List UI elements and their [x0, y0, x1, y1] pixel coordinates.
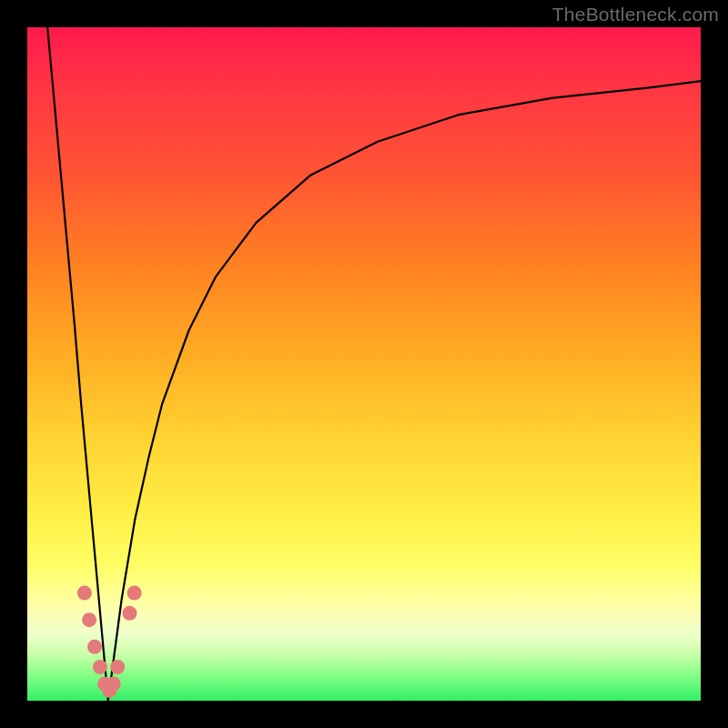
- chart-frame: TheBottleneck.com: [0, 0, 728, 728]
- watermark-text: TheBottleneck.com: [552, 4, 719, 25]
- marker-point: [93, 660, 107, 674]
- marker-point: [77, 586, 92, 601]
- marker-point: [82, 612, 96, 627]
- marker-point: [106, 677, 121, 692]
- marker-point: [110, 660, 125, 674]
- chart-svg: [27, 27, 701, 701]
- plot-area: [27, 27, 701, 701]
- marker-point: [122, 606, 136, 621]
- curve-right-branch: [108, 81, 701, 701]
- curve-left-branch: [47, 27, 108, 701]
- marker-point: [87, 640, 102, 654]
- marker-point: [127, 586, 142, 601]
